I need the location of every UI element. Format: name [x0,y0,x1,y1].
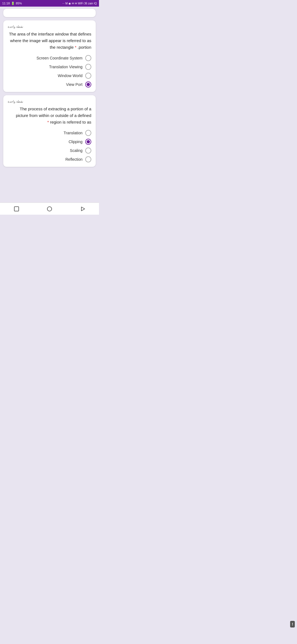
question-text-2: The process of extracting a portion of a… [8,106,91,125]
option-label-q1o3: Window World [58,73,82,78]
points-badge-2: نقطة واحدة [8,100,91,103]
option-item-q1o3[interactable]: Window World [8,73,91,79]
question-card-2: نقطة واحدة The process of extracting a p… [3,95,96,167]
nav-square-button[interactable] [13,205,20,213]
svg-rect-0 [14,207,19,211]
option-item-q2o3[interactable]: Scaling [8,148,91,154]
email-icon1: M [65,2,68,5]
carrier: zain IQ [88,2,97,5]
nav-triangle-button[interactable] [79,205,86,213]
radio-q1o3[interactable] [85,73,91,79]
nav-bar [0,203,99,215]
status-bar: 11:18 🔋 85% ··· M ◉ ✉ ✉ WiFi 36 zain IQ [0,0,99,7]
svg-point-1 [47,207,52,211]
option-item-q1o1[interactable]: Screen Coordinate System [8,55,91,61]
question-card-1: نقطة واحدة The area of the interface win… [3,20,96,92]
points-badge-1: نقطة واحدة [8,25,91,29]
options-list-1: Screen Coordinate System Translation Vie… [8,55,91,88]
option-item-q2o4[interactable]: Reflection [8,156,91,162]
radio-q1o2[interactable] [85,64,91,70]
option-item-q1o4[interactable]: View Port [8,81,91,88]
radio-q2o1[interactable] [85,130,91,136]
dots-icon: ··· [62,2,65,5]
email-icon3: ✉ [75,2,77,5]
option-label-q1o2: Translation Viewing [49,65,82,69]
wifi-icon: WiFi [78,2,83,5]
svg-marker-2 [81,207,85,211]
radio-q2o3[interactable] [85,148,91,154]
option-label-q1o1: Screen Coordinate System [37,56,82,60]
whatsapp-icon: ◉ [68,2,71,5]
radio-q2o4[interactable] [85,156,91,162]
option-item-q1o2[interactable]: Translation Viewing [8,64,91,70]
asterisk-2: * [47,120,49,124]
asterisk-1: * [75,45,76,50]
option-label-q2o1: Translation [64,131,82,135]
radio-q1o1[interactable] [85,55,91,61]
email-icon2: ✉ [72,2,74,5]
partial-card [3,9,96,17]
status-right: ··· M ◉ ✉ ✉ WiFi 36 zain IQ [62,2,97,5]
option-label-q2o3: Scaling [70,148,82,153]
battery-percent: 85% [16,2,22,5]
option-label-q2o2: Clipping [68,140,82,144]
option-item-q2o1[interactable]: Translation [8,130,91,136]
question-text-1: The area of the interface window that de… [8,31,91,51]
battery-icon: 🔋 [11,2,15,5]
radio-q2o2[interactable] [85,139,91,145]
option-item-q2o2[interactable]: Clipping [8,139,91,145]
content-area: نقطة واحدة The area of the interface win… [0,7,99,203]
status-left: 11:18 🔋 85% [2,2,22,5]
option-label-q1o4: View Port [66,82,82,87]
options-list-2: Translation Clipping Scaling Reflection [8,130,91,162]
option-label-q2o4: Reflection [65,157,82,162]
time: 11:18 [2,2,10,5]
nav-circle-button[interactable] [46,205,53,213]
radio-q1o4[interactable] [85,81,91,88]
signal-icon: 36 [84,2,87,5]
